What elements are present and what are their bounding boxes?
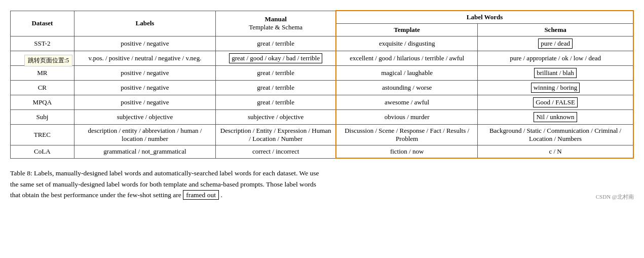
table-row: Subj subjective / objective subjective /… <box>11 110 634 125</box>
table-row: CR positive / negative great / terrible … <box>11 81 634 95</box>
table-row: TREC description / entity / abbreviation… <box>11 125 634 145</box>
cell-dataset: MR <box>11 66 74 81</box>
cell-dataset: Subj <box>11 110 74 125</box>
table-row: SST-5 v.pos. / positive / neutral / nega… <box>11 51 634 66</box>
cell-schema: Good / FALSE <box>478 95 633 110</box>
watermark: CSDN @北村南 <box>596 193 634 201</box>
cell-dataset: CR <box>11 81 74 95</box>
cell-template: awesome / awful <box>336 95 477 110</box>
page-container: 跳转页面位置:5 Dataset Labels Manual Template … <box>10 10 634 201</box>
cell-schema: brilliant / blah <box>478 66 633 81</box>
caption-text3: that obtain the best performance under t… <box>10 191 181 199</box>
framed-schema-value: brilliant / blah <box>534 68 577 78</box>
cell-schema: pure / appropriate / ok / low / dead <box>478 51 633 66</box>
cell-schema: Background / Static / Communication / Cr… <box>478 125 633 145</box>
framed-schema-value: Good / FALSE <box>533 97 578 107</box>
framed-schema-value: pure / dead <box>538 39 573 49</box>
header-label-words: Label Words <box>336 11 633 24</box>
cell-template: fiction / now <box>336 145 477 159</box>
cell-labels: positive / negative <box>74 36 215 51</box>
caption-text4: . <box>220 191 222 199</box>
cell-dataset: SST-2 <box>11 36 74 51</box>
jump-tooltip[interactable]: 跳转页面位置:5 <box>24 55 72 66</box>
table-row: MPQA positive / negative great / terribl… <box>11 95 634 110</box>
cell-template: excellent / good / hilarious / terrible … <box>336 51 477 66</box>
cell-template: obvious / murder <box>336 110 477 125</box>
cell-template: Discussion / Scene / Response / Fact / R… <box>336 125 477 145</box>
table-row: MR positive / negative great / terrible … <box>11 66 634 81</box>
cell-manual: great / good / okay / bad / terrible <box>216 51 336 66</box>
cell-manual: great / terrible <box>216 36 336 51</box>
cell-dataset: TREC <box>11 125 74 145</box>
cell-labels: grammatical / not_grammatical <box>74 145 215 159</box>
framed-manual-value: great / good / okay / bad / terrible <box>229 53 322 63</box>
cell-labels: positive / negative <box>74 81 215 95</box>
cell-template: exquisite / disgusting <box>336 36 477 51</box>
cell-labels: v.pos. / positive / neutral / negative /… <box>74 51 215 66</box>
cell-template: magical / laughable <box>336 66 477 81</box>
caption-text2: the same set of manually-designed label … <box>10 180 316 188</box>
header-labels: Labels <box>74 11 215 36</box>
cell-labels: positive / negative <box>74 66 215 81</box>
cell-schema: c / N <box>478 145 633 159</box>
cell-manual: great / terrible <box>216 66 336 81</box>
cell-dataset: CoLA <box>11 145 74 159</box>
cell-labels: description / entity / abbreviation / hu… <box>74 125 215 145</box>
cell-dataset: MPQA <box>11 95 74 110</box>
main-table: Dataset Labels Manual Template & Schema … <box>10 10 634 159</box>
cell-manual: great / terrible <box>216 81 336 95</box>
table-row: CoLA grammatical / not_grammatical corre… <box>11 145 634 159</box>
header-dataset: Dataset <box>11 11 74 36</box>
cell-schema: Nil / unknown <box>478 110 633 125</box>
cell-labels: subjective / objective <box>74 110 215 125</box>
cell-manual: subjective / objective <box>216 110 336 125</box>
cell-manual: correct / incorrect <box>216 145 336 159</box>
framed-schema-value: winning / boring <box>531 83 580 93</box>
header-schema: Schema <box>478 24 633 36</box>
caption: Table 8: Labels, manually-designed label… <box>10 168 634 201</box>
header-manual: Manual Template & Schema <box>216 11 336 36</box>
cell-schema: pure / dead <box>478 36 633 51</box>
cell-labels: positive / negative <box>74 95 215 110</box>
cell-schema: winning / boring <box>478 81 633 95</box>
framed-caption-word: framed out <box>183 190 219 200</box>
cell-manual: great / terrible <box>216 95 336 110</box>
framed-schema-value: Nil / unknown <box>534 112 577 122</box>
caption-text1: Table 8: Labels, manually-designed label… <box>10 169 319 177</box>
manual-label: Manual <box>264 15 286 23</box>
manual-sub-label: Template & Schema <box>249 23 302 31</box>
cell-template: astounding / worse <box>336 81 477 95</box>
cell-manual: Description / Entity / Expression / Huma… <box>216 125 336 145</box>
header-template: Template <box>336 24 477 36</box>
table-row: SST-2 positive / negative great / terrib… <box>11 36 634 51</box>
